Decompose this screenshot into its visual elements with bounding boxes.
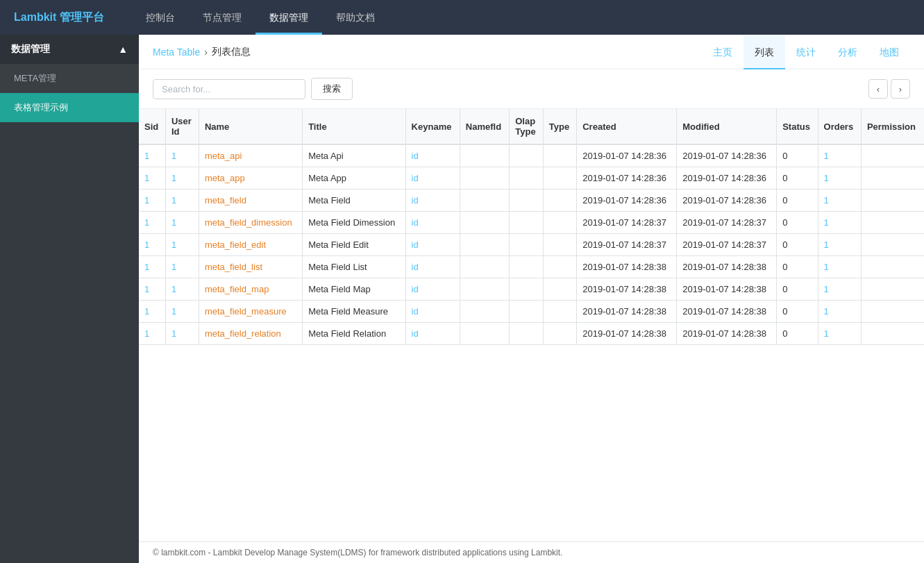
cell-keyname: id <box>405 144 460 167</box>
tab-map[interactable]: 地图 <box>868 35 910 69</box>
cell-userid: 1 <box>165 234 199 256</box>
cell-name: meta_field_edit <box>199 234 302 256</box>
cell-created: 2019-01-07 14:28:38 <box>577 323 677 345</box>
cell-status: 0 <box>777 323 818 345</box>
cell-orders: 1 <box>818 190 861 212</box>
cell-sid: 1 <box>139 167 165 190</box>
cell-keyname: id <box>405 278 460 301</box>
next-page-button[interactable]: › <box>891 79 910 99</box>
cell-modified: 2019-01-07 14:28:38 <box>677 278 777 301</box>
search-input[interactable] <box>153 79 305 99</box>
cell-olaptype <box>510 256 544 278</box>
cell-userid: 1 <box>165 301 199 323</box>
cell-created: 2019-01-07 14:28:38 <box>577 278 677 301</box>
cell-type <box>543 301 577 323</box>
table-row: 1 1 meta_api Meta Api id 2019-01-07 14:2… <box>139 144 924 167</box>
nav-item-help[interactable]: 帮助文档 <box>322 0 389 35</box>
cell-status: 0 <box>777 167 818 190</box>
prev-page-button[interactable]: ‹ <box>868 79 888 99</box>
sidebar-item-meta[interactable]: META管理 <box>0 64 139 93</box>
cell-namefld <box>460 212 509 234</box>
cell-orders: 1 <box>818 301 861 323</box>
cell-permission <box>861 278 924 301</box>
cell-title: Meta Field List <box>303 256 405 278</box>
cell-modified: 2019-01-07 14:28:38 <box>677 323 777 345</box>
cell-olaptype <box>510 323 544 345</box>
cell-status: 0 <box>777 234 818 256</box>
cell-title: Meta Field Dimession <box>303 212 405 234</box>
nav-items: 控制台 节点管理 数据管理 帮助文档 <box>132 0 389 35</box>
col-userid: UserId <box>165 109 199 144</box>
cell-namefld <box>460 301 509 323</box>
table-row: 1 1 meta_field Meta Field id 2019-01-07 … <box>139 190 924 212</box>
cell-permission <box>861 256 924 278</box>
cell-name: meta_field_relation <box>199 323 302 345</box>
cell-keyname: id <box>405 167 460 190</box>
table-row: 1 1 meta_field_map Meta Field Map id 201… <box>139 278 924 301</box>
sidebar-item-table-example[interactable]: 表格管理示例 <box>0 93 139 122</box>
cell-name: meta_field_dimession <box>199 212 302 234</box>
col-sid: Sid <box>139 109 165 144</box>
col-type: Type <box>543 109 577 144</box>
page-header: Meta Table › 列表信息 主页 列表 统计 分析 地图 <box>139 35 924 69</box>
nav-item-nodes[interactable]: 节点管理 <box>189 0 255 35</box>
cell-orders: 1 <box>818 167 861 190</box>
cell-orders: 1 <box>818 212 861 234</box>
cell-orders: 1 <box>818 144 861 167</box>
cell-type <box>543 167 577 190</box>
col-name: Name <box>199 109 302 144</box>
cell-status: 0 <box>777 278 818 301</box>
cell-type <box>543 323 577 345</box>
cell-modified: 2019-01-07 14:28:38 <box>677 256 777 278</box>
cell-userid: 1 <box>165 167 199 190</box>
search-button[interactable]: 搜索 <box>311 78 353 100</box>
nav-item-data[interactable]: 数据管理 <box>255 0 322 35</box>
cell-namefld <box>460 190 509 212</box>
cell-keyname: id <box>405 212 460 234</box>
cell-type <box>543 190 577 212</box>
col-keyname: Keyname <box>405 109 460 144</box>
cell-created: 2019-01-07 14:28:38 <box>577 256 677 278</box>
cell-type <box>543 278 577 301</box>
cell-created: 2019-01-07 14:28:37 <box>577 234 677 256</box>
breadcrumb-separator: › <box>204 47 208 58</box>
cell-name: meta_field_map <box>199 278 302 301</box>
breadcrumb-current: 列表信息 <box>212 46 251 58</box>
table-row: 1 1 meta_field_list Meta Field List id 2… <box>139 256 924 278</box>
cell-userid: 1 <box>165 212 199 234</box>
col-status: Status <box>777 109 818 144</box>
cell-olaptype <box>510 212 544 234</box>
col-orders: Orders <box>818 109 861 144</box>
cell-status: 0 <box>777 256 818 278</box>
tab-analysis[interactable]: 分析 <box>827 35 868 69</box>
pagination-controls: ‹ › <box>868 79 910 99</box>
col-permission: Permission <box>861 109 924 144</box>
cell-sid: 1 <box>139 278 165 301</box>
cell-modified: 2019-01-07 14:28:37 <box>677 234 777 256</box>
cell-name: meta_api <box>199 144 302 167</box>
layout: 数据管理 ▲ META管理 表格管理示例 Meta Table › 列表信息 主… <box>0 35 924 563</box>
nav-item-dashboard[interactable]: 控制台 <box>132 0 189 35</box>
table-row: 1 1 meta_field_relation Meta Field Relat… <box>139 323 924 345</box>
toolbar: 搜索 ‹ › <box>139 69 924 109</box>
cell-namefld <box>460 234 509 256</box>
cell-userid: 1 <box>165 278 199 301</box>
tab-home[interactable]: 主页 <box>702 35 744 69</box>
col-title: Title <box>303 109 405 144</box>
cell-sid: 1 <box>139 256 165 278</box>
cell-orders: 1 <box>818 234 861 256</box>
cell-type <box>543 234 577 256</box>
cell-status: 0 <box>777 190 818 212</box>
tab-stats[interactable]: 统计 <box>785 35 827 69</box>
footer: © lambkit.com - Lambkit Develop Manage S… <box>139 541 924 563</box>
cell-olaptype <box>510 167 544 190</box>
cell-title: Meta Field Map <box>303 278 405 301</box>
footer-text: © lambkit.com - Lambkit Develop Manage S… <box>153 548 562 557</box>
sidebar-parent-data-management[interactable]: 数据管理 ▲ <box>0 35 139 64</box>
col-namefld: Namefld <box>460 109 509 144</box>
tab-list[interactable]: 列表 <box>744 35 785 69</box>
top-nav: Lambkit 管理平台 控制台 节点管理 数据管理 帮助文档 <box>0 0 924 35</box>
cell-title: Meta Field Measure <box>303 301 405 323</box>
cell-name: meta_field <box>199 190 302 212</box>
table-row: 1 1 meta_field_measure Meta Field Measur… <box>139 301 924 323</box>
